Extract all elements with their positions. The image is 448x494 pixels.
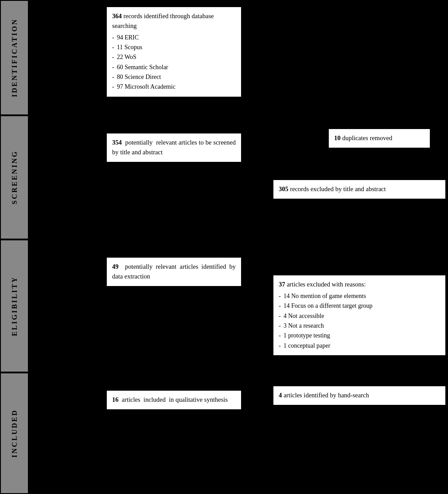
excluded-37-list: -14 No mention of game elements -14 Focu…	[279, 291, 440, 351]
section-eligibility: 49 potentially relevant articles identif…	[29, 239, 448, 372]
eligibility-text: 49 potentially relevant articles identif…	[112, 262, 236, 282]
identification-list: -94 ERIC -11 Scopus -22 WoS -60 Semantic…	[112, 33, 236, 92]
section-screening: 10 duplicates removed 354 potentially re…	[29, 115, 448, 239]
label-included: INCLUDED	[0, 372, 29, 494]
labels-column: IDENTIFICATION SCREENING ELIGIBILITY INC…	[0, 0, 29, 494]
excluded-305-text: 305 records excluded by title and abstra…	[279, 184, 440, 194]
list-item: -94 ERIC	[112, 33, 236, 43]
main-content: 364 records identified through database …	[29, 0, 448, 494]
identification-box: 364 records identified through database …	[106, 7, 242, 97]
identification-number: 364	[112, 12, 122, 20]
handsearch-text: 4 articles identified by hand-search	[279, 391, 440, 400]
prisma-diagram: IDENTIFICATION SCREENING ELIGIBILITY INC…	[0, 0, 448, 494]
section-identification: 364 records identified through database …	[29, 0, 448, 115]
duplicates-text: 10 duplicates removed	[334, 133, 425, 143]
handsearch-number: 4	[279, 392, 282, 399]
screening-box: 354 potentially relevant articles to be …	[106, 133, 242, 162]
duplicates-box: 10 duplicates removed	[328, 129, 430, 148]
eligibility-number: 49	[112, 263, 119, 270]
excluded-37-title: 37 articles excluded with reasons:	[279, 280, 440, 290]
list-item: -4 Not accessible	[279, 311, 440, 321]
excluded-37-number: 37	[279, 281, 285, 288]
list-item: -11 Scopus	[112, 43, 236, 52]
handsearch-box: 4 articles identified by hand-search	[273, 386, 446, 405]
list-item: -22 WoS	[112, 52, 236, 62]
excluded-305-box: 305 records excluded by title and abstra…	[273, 180, 446, 199]
list-item: -80 Science Direct	[112, 72, 236, 82]
list-item: -60 Semantic Scholar	[112, 63, 236, 72]
identification-title: 364 records identified through database …	[112, 12, 236, 31]
included-box: 16 articles included in qualitative synt…	[106, 390, 242, 410]
included-number: 16	[112, 396, 119, 403]
label-screening: SCREENING	[0, 115, 29, 239]
list-item: -3 Not a research	[279, 321, 440, 331]
screening-text: 354 potentially relevant articles to be …	[112, 138, 236, 157]
label-eligibility: ELIGIBILITY	[0, 239, 29, 372]
excluded-37-box: 37 articles excluded with reasons: -14 N…	[273, 275, 446, 356]
section-included: 4 articles identified by hand-search 16 …	[29, 372, 448, 494]
duplicates-number: 10	[334, 134, 341, 141]
list-item: -14 Focus on a different target group	[279, 301, 440, 311]
label-identification: IDENTIFICATION	[0, 0, 29, 115]
list-item: -97 Microsoft Academic	[112, 82, 236, 92]
list-item: -1 conceptual paper	[279, 341, 440, 351]
screening-number: 354	[112, 139, 122, 146]
included-text: 16 articles included in qualitative synt…	[112, 395, 236, 405]
eligibility-box: 49 potentially relevant articles identif…	[106, 257, 242, 286]
list-item: -14 No mention of game elements	[279, 291, 440, 301]
list-item: -1 prototype testing	[279, 331, 440, 341]
excluded-305-number: 305	[279, 185, 288, 192]
